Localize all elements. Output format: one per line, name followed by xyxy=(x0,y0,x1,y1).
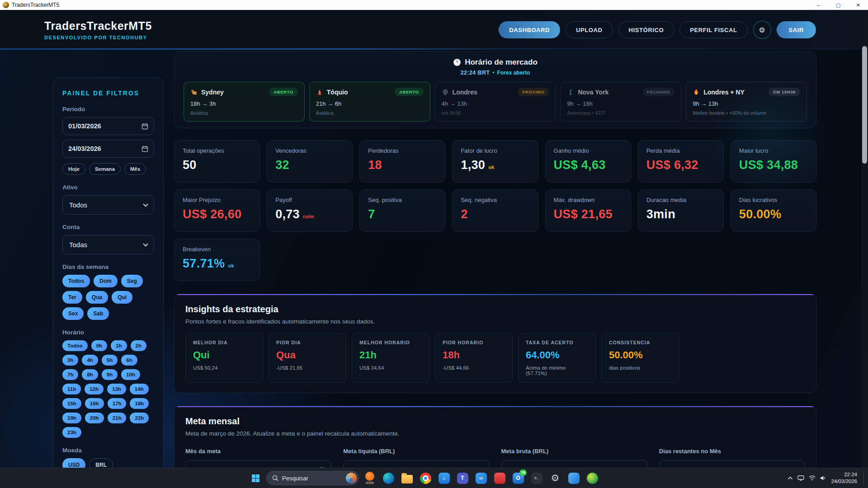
taskbar-app-red[interactable] xyxy=(492,469,507,487)
date-to-field[interactable] xyxy=(62,140,154,158)
hour-chip[interactable]: 3h xyxy=(62,355,78,366)
hour-chip[interactable]: 1h xyxy=(111,340,127,351)
asset-select[interactable]: Todos xyxy=(62,195,154,215)
scrollbar-thumb[interactable] xyxy=(862,46,867,164)
stat-card: Seq. positiva7 xyxy=(359,189,445,232)
show-desktop-button[interactable] xyxy=(863,471,865,485)
taskbar-app-photos[interactable] xyxy=(566,469,581,487)
insight-card: CONSISTENCIA50.00%dias positivos xyxy=(601,333,679,383)
scrollbar[interactable] xyxy=(861,10,868,468)
hour-chip[interactable]: 6h xyxy=(121,355,137,366)
taskbar-app-edge[interactable] xyxy=(381,469,396,487)
stat-card: Máx. drawdownUS$ 21,65 xyxy=(545,189,631,232)
hour-chip[interactable]: 11h xyxy=(62,384,81,394)
hour-chip[interactable]: 22h xyxy=(130,413,149,423)
hour-chip[interactable]: 14h xyxy=(130,384,149,394)
ferris-wheel-icon xyxy=(442,89,449,96)
quick-hoje[interactable]: Hoje xyxy=(62,163,85,175)
market-title: Horário de mercado xyxy=(465,58,538,67)
day-chip[interactable]: Qui xyxy=(112,291,132,304)
nav-historico[interactable]: HISTÓRICO xyxy=(618,21,675,38)
tokyo-tower-icon xyxy=(316,89,323,96)
hour-chip[interactable]: 20h xyxy=(85,413,104,423)
asset-label: Ativo xyxy=(62,184,154,191)
taskbar-app-settings[interactable]: ⚙ xyxy=(547,469,563,487)
photos-icon xyxy=(568,473,580,484)
hour-chip[interactable]: 13h xyxy=(107,384,126,394)
volume-icon[interactable] xyxy=(820,475,826,481)
chrome-icon xyxy=(420,473,431,484)
insights-title: Insights da estrategia xyxy=(185,304,805,314)
taskbar-app-vscode[interactable]: ‹› xyxy=(473,469,489,487)
hour-chip[interactable]: 5h xyxy=(102,355,118,366)
session-card-tokyo: Tóquio ABERTO 21h → 6h Asiática xyxy=(309,82,430,122)
hour-chip[interactable]: 8h xyxy=(82,369,98,380)
taskbar-app-chrome[interactable] xyxy=(418,469,433,487)
logout-button[interactable]: SAIR xyxy=(777,21,816,38)
nav-upload[interactable]: UPLOAD xyxy=(566,21,613,38)
day-chip[interactable]: Sab xyxy=(87,307,109,320)
date-from-field[interactable] xyxy=(62,117,154,135)
hour-chip[interactable]: 9h xyxy=(102,369,118,380)
taskbar-app-teams[interactable]: T xyxy=(455,469,470,487)
nav-dashboard[interactable]: DASHBOARD xyxy=(499,21,560,38)
taskbar-search[interactable]: Pesquisar xyxy=(266,471,359,485)
stat-card: Fator de lucro1,30ok xyxy=(452,140,538,183)
quick-semana[interactable]: Semana xyxy=(89,163,121,175)
hour-chip[interactable]: 15h xyxy=(62,398,81,409)
hour-chip[interactable]: 0h xyxy=(91,340,107,351)
close-button[interactable]: ✕ xyxy=(848,0,868,10)
hour-chip[interactable]: 12h xyxy=(85,384,104,394)
nav-perfil-fiscal[interactable]: PERFIL FISCAL xyxy=(679,21,747,38)
taskbar-app-explorer[interactable] xyxy=(399,469,415,487)
stat-card: Dias lucrativos50.00% xyxy=(731,189,816,232)
search-icon xyxy=(272,475,278,481)
tray-chevron-icon[interactable] xyxy=(788,476,793,480)
date-to-input[interactable] xyxy=(68,145,127,152)
maximize-button[interactable]: ▢ xyxy=(828,0,848,10)
hour-chip[interactable]: 21h xyxy=(108,413,127,423)
day-chip[interactable]: Sex xyxy=(62,307,84,320)
minimize-button[interactable]: – xyxy=(808,0,828,10)
hour-chip[interactable]: Todos xyxy=(62,340,88,351)
calendar-icon xyxy=(142,123,148,130)
day-chip[interactable]: Seg xyxy=(121,275,143,287)
taskbar-app-m365[interactable]: M365 xyxy=(362,469,377,487)
day-chip[interactable]: Ter xyxy=(62,291,82,304)
hour-chip[interactable]: 19h xyxy=(62,413,81,423)
hour-chip[interactable]: 17h xyxy=(108,398,127,409)
hour-chip[interactable]: 10h xyxy=(121,369,140,380)
taskbar-app-outlook[interactable]: O76 xyxy=(510,469,526,487)
insight-card: MELHOR DIAQuiUS$ 50,24 xyxy=(185,333,263,383)
tray-clock[interactable]: 22:24 24/03/2026 xyxy=(831,471,857,485)
store-icon: ⌂ xyxy=(439,473,450,484)
currency-label: Moeda xyxy=(62,447,154,454)
start-button[interactable] xyxy=(248,470,263,486)
stat-card: Maior lucroUS$ 34,88 xyxy=(731,140,816,183)
day-chip[interactable]: Qua xyxy=(86,291,108,304)
session-card-london: Londres PRÓXIMO 4h → 13h em 5h36 xyxy=(435,82,556,122)
hour-chip[interactable]: 23h xyxy=(62,427,81,438)
hour-chip[interactable]: 4h xyxy=(82,355,98,366)
taskbar: Pesquisar M365 ⌂ T ‹› O76 >_ ⚙ 22:24 24 xyxy=(0,468,868,488)
day-chip[interactable]: Todos xyxy=(62,275,90,287)
taskbar-app-store[interactable]: ⌂ xyxy=(436,469,452,487)
date-from-input[interactable] xyxy=(68,122,127,130)
hour-chip[interactable]: 7h xyxy=(62,369,78,380)
tray-display-icon[interactable] xyxy=(797,475,804,481)
hour-chip[interactable]: 16h xyxy=(85,398,104,409)
quick-mes[interactable]: Mês xyxy=(124,163,146,175)
settings-button[interactable]: ⚙ xyxy=(753,21,771,39)
hour-chip[interactable]: 2h xyxy=(131,340,146,351)
account-select[interactable]: Todas xyxy=(62,235,154,254)
wifi-icon[interactable] xyxy=(809,475,816,481)
hour-chip[interactable]: 18h xyxy=(130,398,149,409)
insight-card: TAXA DE ACERTO64.00%Acima do minimo (57.… xyxy=(518,333,596,383)
search-highlights-icon[interactable] xyxy=(346,473,357,483)
account-label: Conta xyxy=(62,224,154,230)
search-placeholder: Pesquisar xyxy=(282,475,342,482)
taskbar-app-green[interactable] xyxy=(585,469,600,487)
taskbar-app-terminal[interactable]: >_ xyxy=(529,469,544,487)
weekdays-label: Dias da semana xyxy=(62,263,154,270)
day-chip[interactable]: Dom xyxy=(94,275,118,287)
